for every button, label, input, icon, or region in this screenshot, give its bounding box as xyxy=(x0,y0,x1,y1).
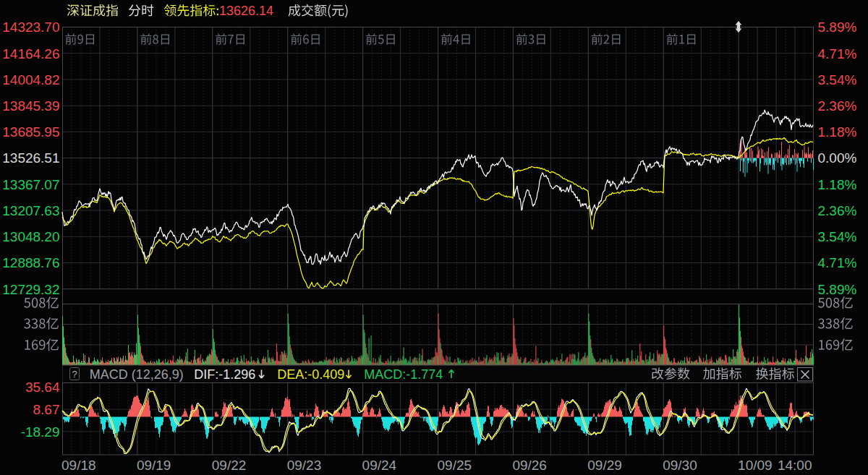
svg-text:1.18%: 1.18% xyxy=(818,177,857,192)
svg-text:09/18: 09/18 xyxy=(61,458,96,473)
svg-text:8.67: 8.67 xyxy=(33,402,60,417)
svg-text:13626.14: 13626.14 xyxy=(219,4,273,18)
svg-text:1.18%: 1.18% xyxy=(818,124,857,140)
svg-text:2.36%: 2.36% xyxy=(818,98,857,114)
svg-text:14:00: 14:00 xyxy=(778,458,812,473)
svg-text:13207.63: 13207.63 xyxy=(2,203,59,218)
svg-text:09/24: 09/24 xyxy=(362,458,397,473)
svg-text:0.00%: 0.00% xyxy=(818,150,857,166)
svg-text:4.71%: 4.71% xyxy=(818,46,857,61)
svg-text:12888.76: 12888.76 xyxy=(2,255,59,270)
svg-text:35.64: 35.64 xyxy=(25,380,60,395)
svg-text:09/29: 09/29 xyxy=(587,458,622,473)
svg-text:12729.32: 12729.32 xyxy=(2,282,59,297)
svg-text:13845.39: 13845.39 xyxy=(2,98,59,114)
svg-text:MACD (12,26,9): MACD (12,26,9) xyxy=(90,367,184,382)
svg-text:13048.20: 13048.20 xyxy=(2,229,59,244)
svg-text:09/22: 09/22 xyxy=(212,458,247,473)
svg-text:DEA:-0.409: DEA:-0.409 xyxy=(277,367,344,382)
svg-text:?: ? xyxy=(72,369,77,380)
svg-text:DIF:-1.296: DIF:-1.296 xyxy=(194,367,255,382)
svg-text:4.71%: 4.71% xyxy=(818,255,857,270)
svg-text:09/19: 09/19 xyxy=(137,458,171,473)
svg-text:14323.70: 14323.70 xyxy=(2,20,59,35)
svg-text:5.89%: 5.89% xyxy=(818,282,857,297)
svg-text:2.36%: 2.36% xyxy=(818,203,857,218)
svg-text:13685.95: 13685.95 xyxy=(2,124,59,140)
svg-text:09/23: 09/23 xyxy=(287,458,322,473)
svg-text:13367.07: 13367.07 xyxy=(2,177,59,192)
svg-text:09/30: 09/30 xyxy=(663,458,697,473)
svg-text:-18.29: -18.29 xyxy=(21,424,60,440)
svg-text:5.89%: 5.89% xyxy=(818,20,857,35)
svg-text:13526.51: 13526.51 xyxy=(2,150,59,166)
svg-text:3.54%: 3.54% xyxy=(818,72,857,87)
svg-text:10/09: 10/09 xyxy=(738,458,773,473)
svg-text:14164.26: 14164.26 xyxy=(2,46,59,61)
svg-text:3.54%: 3.54% xyxy=(818,229,857,244)
svg-text:09/25: 09/25 xyxy=(438,458,472,473)
svg-text:09/26: 09/26 xyxy=(512,458,547,473)
svg-text:MACD:-1.774: MACD:-1.774 xyxy=(364,367,443,382)
svg-text:14004.82: 14004.82 xyxy=(2,72,59,87)
